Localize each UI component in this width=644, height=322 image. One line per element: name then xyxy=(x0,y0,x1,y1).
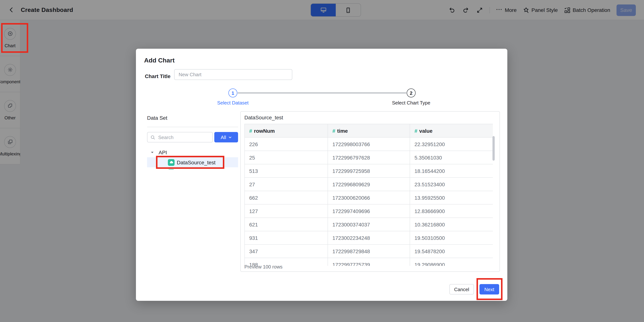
table-cell: 13.95925500 xyxy=(410,191,493,204)
divider xyxy=(147,127,238,127)
table-cell: 19.54878200 xyxy=(410,244,493,258)
annotation-box-chart xyxy=(1,23,28,53)
api-dataset-icon xyxy=(168,169,174,170)
table-row: 931172300223424819.50310500 xyxy=(244,231,493,244)
table-row: 127172299740969612.83666900 xyxy=(244,204,493,218)
chart-title-label: Chart Title xyxy=(145,71,170,82)
table-cell: 1723002234248 xyxy=(328,231,410,244)
table-cell: 1722996809629 xyxy=(328,178,410,191)
table-cell: 1722998729848 xyxy=(328,244,410,258)
table-cell: 10.36216800 xyxy=(410,218,493,231)
table-cell: 226 xyxy=(244,137,328,151)
dataset-search-input[interactable] xyxy=(158,134,210,140)
table-cell: 1722997409696 xyxy=(328,204,410,218)
table-cell: 1722997775739 xyxy=(328,258,410,266)
table-cell: 27 xyxy=(244,178,328,191)
numeric-hash-icon: # xyxy=(414,128,418,134)
table-header-row: #rowNum #time #value xyxy=(244,124,493,137)
dataset-filter-label: All xyxy=(221,134,226,140)
numeric-hash-icon: # xyxy=(332,128,335,134)
table-cell: 513 xyxy=(244,164,328,178)
caret-down-icon xyxy=(150,150,154,154)
step-2-label: Select Chart Type xyxy=(382,100,441,106)
table-cell: 19.29086900 xyxy=(410,258,493,266)
table-row: 662172300062006613.95925500 xyxy=(244,191,493,204)
table-row: 347172299872984819.54878200 xyxy=(244,244,493,258)
search-icon xyxy=(150,135,155,140)
table-cell: 5.35061030 xyxy=(410,151,493,164)
table-cell: 23.51523400 xyxy=(410,178,493,191)
annotation-box-dataset xyxy=(156,156,224,169)
chart-title-input[interactable] xyxy=(174,69,292,80)
table-scrollbar-thumb[interactable] xyxy=(492,136,495,161)
chevron-down-icon xyxy=(228,136,232,139)
step-1-label: Select Dataset xyxy=(203,100,262,106)
tree-group-label: API xyxy=(158,149,167,155)
cancel-button[interactable]: Cancel xyxy=(450,284,474,294)
step-2-circle: 2 xyxy=(407,89,416,97)
table-cell: 1722999725958 xyxy=(328,164,410,178)
numeric-hash-icon: # xyxy=(249,128,252,134)
table-row: 27172299680962923.51523400 xyxy=(244,178,493,191)
screen: Create Dashboard xyxy=(0,0,644,322)
table-cell: 127 xyxy=(244,204,328,218)
table-cell: 1722998003766 xyxy=(328,137,410,151)
table-cell: 1723000620066 xyxy=(328,191,410,204)
preview-rows-note: Preview 100 rows xyxy=(244,264,282,269)
preview-table-body: 226172299800376622.329512002517229967976… xyxy=(244,137,493,266)
dataset-search-row: All xyxy=(147,132,238,142)
preview-panel: DataSource_test #rowNum #time #value 226… xyxy=(240,111,500,272)
preview-dataset-name: DataSource_test xyxy=(244,115,283,121)
search-box xyxy=(147,132,213,142)
table-row: 226172299800376622.32951200 xyxy=(244,137,493,151)
preview-table-wrap: #rowNum #time #value 226172299800376622.… xyxy=(244,124,493,266)
table-cell: 1722996797628 xyxy=(328,151,410,164)
table-cell: 19.50310500 xyxy=(410,231,493,244)
annotation-box-next xyxy=(476,278,502,300)
table-row: 513172299972595818.16544200 xyxy=(244,164,493,178)
table-cell: 18.16544200 xyxy=(410,164,493,178)
column-header-value[interactable]: #value xyxy=(410,124,493,137)
modal-title: Add Chart xyxy=(144,57,174,64)
table-row: 621172300037403710.36216800 xyxy=(244,218,493,231)
dataset-panel-title: Data Set xyxy=(147,112,238,121)
table-cell: 347 xyxy=(244,244,328,258)
table-cell: 1723000374037 xyxy=(328,218,410,231)
dataset-filter-button[interactable]: All xyxy=(214,132,238,142)
stepper-connector xyxy=(238,93,406,93)
add-chart-modal: Add Chart Chart Title 1 2 Select Dataset… xyxy=(136,49,507,301)
table-cell: 22.32951200 xyxy=(410,137,493,151)
table-cell: 12.83666900 xyxy=(410,204,493,218)
column-header-time[interactable]: #time xyxy=(328,124,410,137)
table-cell: 621 xyxy=(244,218,328,231)
table-cell: 931 xyxy=(244,231,328,244)
preview-table: #rowNum #time #value 226172299800376622.… xyxy=(244,124,493,266)
table-row: 2517229967976285.35061030 xyxy=(244,151,493,164)
table-cell: 25 xyxy=(244,151,328,164)
step-1-circle: 1 xyxy=(228,89,237,97)
table-cell: 662 xyxy=(244,191,328,204)
column-header-rownum[interactable]: #rowNum xyxy=(244,124,328,137)
